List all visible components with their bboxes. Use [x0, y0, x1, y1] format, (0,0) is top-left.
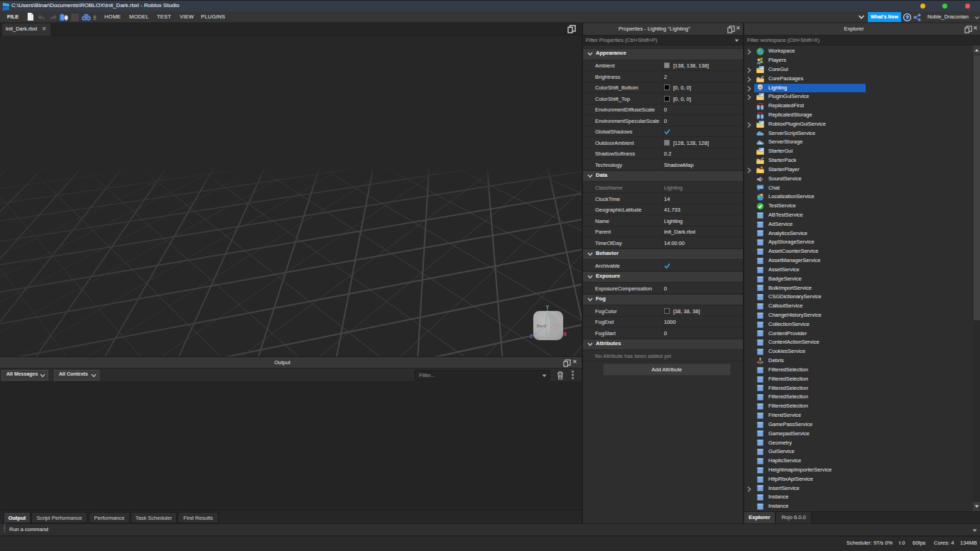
svg-text:?: ? [905, 14, 909, 21]
svg-text:Back: Back [537, 324, 547, 328]
svg-text:X: X [563, 332, 567, 337]
svg-text:Z: Z [530, 334, 533, 339]
svg-text:Rig: Rig [553, 323, 559, 327]
svg-text:Y: Y [546, 305, 550, 310]
